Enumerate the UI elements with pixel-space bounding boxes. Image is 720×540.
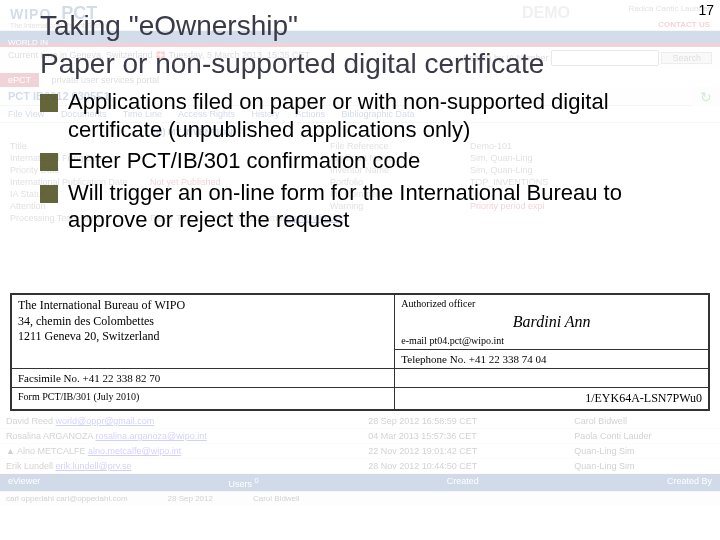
slide-title-2: Paper or non-supported digital certifica…	[40, 48, 700, 80]
page-number: 17	[698, 2, 714, 18]
email-link[interactable]: rosalina.arganoza@wipo.int	[96, 431, 207, 441]
bullet-text: Applications filed on paper or with non-…	[68, 88, 700, 143]
bullet-list: Applications filed on paper or with non-…	[40, 88, 700, 234]
epct-tab[interactable]: ePCT	[0, 73, 39, 87]
confirmation-code: 1/EYK64A-LSN7PWu0	[395, 388, 709, 410]
bullet-text: Will trigger an on-line form for the Int…	[68, 179, 700, 234]
form-ib301: The International Bureau of WIPO 34, che…	[10, 293, 710, 411]
table-row: ▲ Alno METCALFE alno.metcalfe@wipo.int22…	[0, 444, 720, 459]
email-link[interactable]: alno.metcalfe@wipo.int	[88, 446, 181, 456]
table-row: Rosalina ARGANOZA rosalina.arganoza@wipo…	[0, 429, 720, 444]
bullet-icon	[40, 94, 58, 112]
email-link[interactable]: erik.lundell@prv.se	[56, 461, 132, 471]
fax: Facsimile No. +41 22 338 82 70	[12, 369, 395, 388]
email-link[interactable]: world@oppr@gmail.com	[56, 416, 155, 426]
bullet-text: Enter PCT/IB/301 confirmation code	[68, 147, 700, 175]
bullet-icon	[40, 185, 58, 203]
telephone: Telephone No. +41 22 338 74 04	[395, 350, 709, 369]
officer-label: Authorized officer	[401, 298, 702, 309]
slide-overlay: Taking "eOwnership" Paper or non-support…	[40, 10, 700, 238]
officer-name: Bardini Ann	[401, 313, 702, 331]
table-row: Erik Lundell erik.lundell@prv.se28 Nov 2…	[0, 459, 720, 474]
eviewer-label: eViewer	[8, 476, 40, 489]
org-name: The International Bureau of WIPO	[18, 298, 185, 312]
tab[interactable]: File View	[8, 109, 44, 119]
footer-bar: eViewer Users 0 Created Created By	[0, 474, 720, 491]
signature-row: carl oppedahl carl@oppedahl.com 28 Sep 2…	[0, 491, 720, 505]
email-link[interactable]: carl@oppedahl.com	[56, 494, 127, 503]
bullet-icon	[40, 153, 58, 171]
form-name: Form PCT/IB/301 (July 2010)	[12, 388, 395, 410]
slide-title-1: Taking "eOwnership"	[40, 10, 700, 42]
access-list: David Reed world@oppr@gmail.com28 Sep 20…	[0, 414, 720, 474]
table-row: David Reed world@oppr@gmail.com28 Sep 20…	[0, 414, 720, 429]
